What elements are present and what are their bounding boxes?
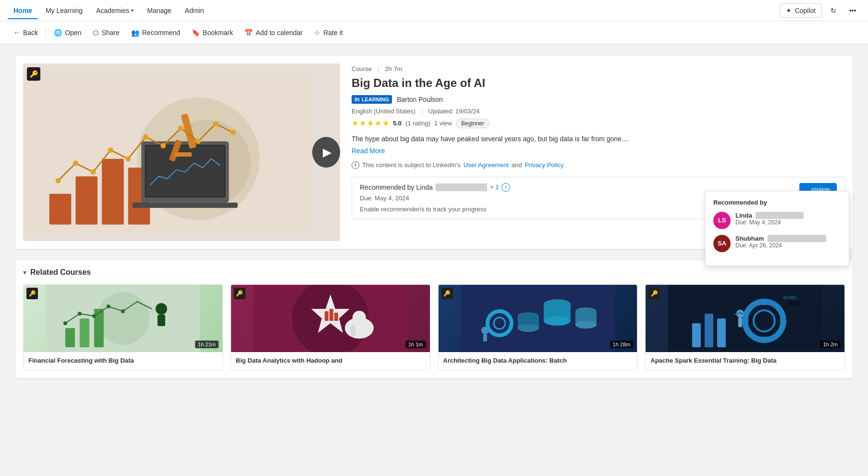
svg-point-20 (160, 143, 166, 148)
back-button[interactable]: ← Back (8, 25, 44, 40)
meta-separator: | (378, 65, 379, 73)
recommended-by-tooltip: Recommended by LS Linda ██████████ Due: … (705, 191, 849, 266)
related-header: ▾ Related Courses (23, 268, 845, 277)
svg-rect-3 (49, 194, 72, 225)
svg-rect-63 (758, 299, 770, 305)
nav-item-academies[interactable]: Academies ▾ (90, 2, 139, 19)
play-button[interactable]: ▶ (312, 137, 340, 168)
refresh-button[interactable]: ↻ (826, 3, 841, 18)
rating-count: (1 rating) (405, 120, 430, 127)
svg-point-55 (517, 324, 538, 332)
svg-rect-28 (80, 318, 89, 347)
open-button[interactable]: 🌐 Open (48, 25, 87, 40)
collapse-icon[interactable]: ▾ (23, 269, 26, 276)
course-source: in LEARNING Barton Poulson (352, 95, 845, 104)
rate-it-button[interactable]: ☆ Rate it (308, 25, 348, 40)
nav-item-home[interactable]: Home (8, 2, 38, 19)
card-duration-2: 1h 28m (610, 341, 634, 348)
calendar-icon: 📅 (245, 29, 253, 37)
privacy-policy-link[interactable]: Privacy Policy (525, 161, 563, 169)
star-4: ★ (375, 119, 381, 128)
recommender-info-1: Shubham ██████ ██████ Due: Apr 26, 2024 (735, 235, 826, 249)
read-more-link[interactable]: Read More (352, 147, 845, 155)
tos-text: This content is subject to LinkedIn's (362, 161, 461, 169)
add-to-calendar-button[interactable]: 📅 Add to calendar (239, 25, 308, 40)
course-level: Beginner (456, 119, 489, 128)
svg-rect-59 (483, 334, 487, 342)
svg-rect-64 (758, 337, 770, 342)
globe-icon: 🌐 (54, 29, 62, 37)
copilot-button[interactable]: ✦ Copilot (780, 3, 822, 18)
related-course-card-0[interactable]: 🔑 (23, 284, 223, 370)
svg-point-16 (90, 170, 96, 175)
more-options-button[interactable]: ••• (845, 3, 860, 18)
svg-point-21 (178, 125, 183, 131)
svg-rect-36 (158, 315, 165, 326)
track-text: Enable recommender/s to track your progr… (360, 206, 487, 213)
chevron-down-icon: ▾ (131, 8, 134, 13)
svg-rect-69 (717, 318, 726, 347)
add-to-calendar-label: Add to calendar (256, 29, 303, 37)
nav-item-manage[interactable]: Manage (141, 2, 177, 19)
info-icon: i (352, 161, 359, 169)
card-svg-2 (439, 285, 637, 352)
due-label: Due: (360, 195, 373, 202)
play-icon: ▶ (323, 146, 331, 159)
share-icon: ⬡ (93, 29, 98, 37)
svg-text:10110: 10110 (788, 301, 801, 306)
star-2: ★ (359, 119, 366, 128)
recommend-button[interactable]: 👥 Recommend (125, 25, 186, 40)
recommender-item-0: LS Linda ██████████ Due: May 4, 2024 (713, 212, 841, 229)
recommender-info-0: Linda ██████████ Due: May 4, 2024 (735, 212, 804, 226)
svg-point-31 (78, 312, 82, 316)
copilot-label: Copilot (795, 7, 816, 14)
nav-item-my-learning[interactable]: My Learning (40, 2, 88, 19)
rating-value: 5.0 (393, 120, 402, 127)
related-course-card-3[interactable]: 🔑 (645, 284, 845, 370)
card-key-icon-2: 🔑 (441, 288, 453, 299)
svg-rect-73 (738, 317, 742, 327)
share-button[interactable]: ⬡ Share (87, 25, 125, 40)
svg-point-15 (73, 160, 78, 166)
user-agreement-link[interactable]: User Agreement (464, 161, 509, 169)
card-body-3: Apache Spark Essential Training: Big Dat… (646, 352, 844, 370)
bookmark-button[interactable]: 🔖 Bookmark (186, 25, 239, 40)
svg-rect-43 (325, 311, 329, 321)
svg-point-62 (754, 310, 775, 331)
recommender-name-blurred-1: ██████ ██████ (768, 235, 826, 242)
share-label: Share (101, 29, 119, 37)
svg-point-41 (353, 311, 366, 324)
related-course-card-1[interactable]: 🔑 1h 1m (231, 284, 430, 370)
card-key-icon-0: 🔑 (26, 288, 38, 299)
svg-rect-13 (174, 152, 192, 157)
svg-rect-68 (705, 314, 713, 347)
card-svg-3: 01001 10110 (646, 285, 844, 352)
rec-plus-one[interactable]: + 1 (490, 183, 499, 191)
recommender-initials-1: SA (718, 240, 726, 247)
card-title-2: Architecting Big Data Applications: Batc… (443, 357, 633, 365)
svg-rect-45 (334, 313, 338, 321)
svg-point-17 (108, 147, 113, 153)
recommender-due-0: Due: May 4, 2024 (735, 219, 804, 226)
svg-point-26 (97, 292, 149, 345)
svg-point-33 (107, 305, 110, 308)
rating-row: ★ ★ ★ ★ ★ 5.0 (1 rating) 1 view Beginner (352, 119, 845, 128)
related-section-title: Related Courses (30, 268, 91, 277)
rec-info-button[interactable]: i (501, 183, 510, 192)
recommender-avatar-0: LS (713, 212, 731, 229)
nav-item-admin[interactable]: Admin (179, 2, 210, 19)
course-meta: Course | 2h 7m (352, 65, 845, 73)
svg-point-24 (231, 130, 236, 135)
card-svg-1 (231, 285, 430, 352)
card-thumbnail-3: 🔑 (646, 285, 844, 352)
nav-links: Home My Learning Academies ▾ Manage Admi… (8, 2, 780, 19)
svg-point-32 (92, 314, 96, 318)
related-course-card-2[interactable]: 🔑 (438, 284, 638, 370)
course-duration: 2h 7m (385, 65, 402, 73)
related-section: ▾ Related Courses 🔑 (15, 260, 853, 378)
back-label: Back (23, 29, 38, 37)
course-views: 1 view (434, 120, 452, 127)
course-type: Course (352, 65, 372, 73)
course-language: English (United States) | Updated: 19/03… (352, 108, 845, 115)
course-key-icon: 🔑 (27, 67, 40, 81)
